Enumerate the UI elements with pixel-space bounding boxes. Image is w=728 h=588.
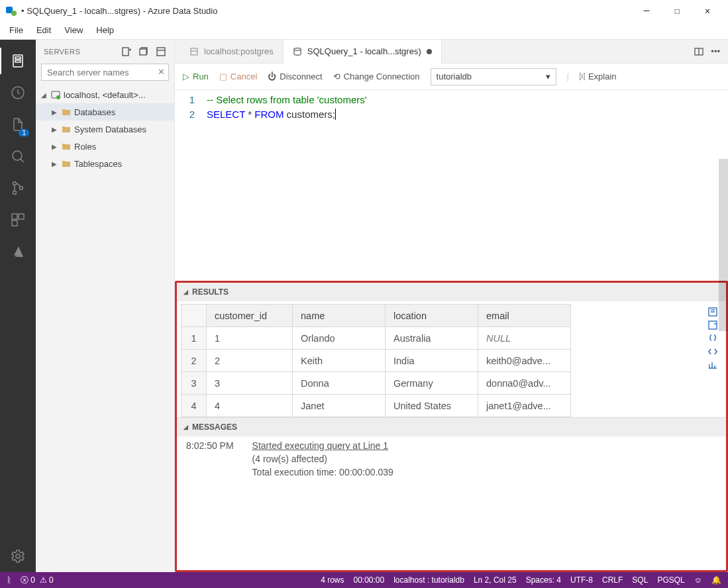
cancel-button[interactable]: ▢ Cancel bbox=[219, 72, 257, 81]
menu-view[interactable]: View bbox=[58, 23, 89, 38]
connection-node[interactable]: ◢ localhost, <default>... bbox=[36, 86, 174, 103]
code-editor[interactable]: 1 -- Select rows from table 'customers' … bbox=[175, 90, 728, 122]
tab-query[interactable]: SQLQuery_1 - localh...stgres) bbox=[284, 40, 442, 64]
status-bar: ᚱ ⓧ 0 ⚠ 0 4 rows 00:00:00 localhost : tu… bbox=[0, 572, 728, 588]
status-indent[interactable]: Spaces: 4 bbox=[526, 575, 561, 585]
cell[interactable]: Orlando bbox=[293, 327, 386, 350]
cell[interactable]: Australia bbox=[386, 327, 478, 350]
activity-servers[interactable] bbox=[0, 45, 36, 77]
cell[interactable]: janet1@adve... bbox=[478, 395, 571, 417]
tree-item-system-databases[interactable]: ▶ System Databases bbox=[36, 121, 174, 138]
code-comment: -- Select rows from table 'customers' bbox=[207, 93, 367, 107]
cell[interactable]: Germany bbox=[386, 372, 478, 395]
clear-search-icon[interactable]: ✕ bbox=[158, 67, 165, 77]
explain-button[interactable]: ᛞ Explain bbox=[580, 72, 617, 81]
disconnect-button[interactable]: ⏻ Disconnect bbox=[268, 72, 322, 81]
server-dashboard-icon[interactable] bbox=[156, 46, 166, 57]
svg-rect-15 bbox=[140, 49, 146, 55]
messages-header[interactable]: ◢ MESSAGES bbox=[177, 418, 726, 436]
status-mode[interactable]: PGSQL bbox=[657, 575, 684, 585]
collapse-arrow-icon: ◢ bbox=[40, 91, 48, 99]
close-button[interactable]: ✕ bbox=[692, 0, 723, 21]
titlebar: • SQLQuery_1 - localh...stgres) - Azure … bbox=[0, 0, 728, 21]
activity-search-history[interactable] bbox=[0, 77, 36, 109]
menu-help[interactable]: Help bbox=[89, 23, 121, 38]
scrollbar-vertical[interactable] bbox=[719, 159, 728, 331]
save-csv-icon[interactable] bbox=[707, 307, 718, 317]
menu-edit[interactable]: Edit bbox=[30, 23, 58, 38]
column-header[interactable]: name bbox=[293, 305, 386, 327]
cell[interactable]: NULL bbox=[478, 327, 571, 350]
change-connection-button[interactable]: ⟲ Change Connection bbox=[333, 72, 420, 81]
cancel-label: Cancel bbox=[231, 72, 257, 81]
cell[interactable]: Donna bbox=[293, 372, 386, 395]
results-header[interactable]: ◢ RESULTS bbox=[177, 283, 726, 301]
cell[interactable]: keith0@adve... bbox=[478, 350, 571, 372]
save-xml-icon[interactable] bbox=[707, 346, 718, 357]
tree-item-tablespaces[interactable]: ▶ Tablespaces bbox=[36, 155, 174, 172]
run-button[interactable]: ▷ Run bbox=[183, 72, 209, 81]
cell[interactable]: India bbox=[386, 350, 478, 372]
grid-row[interactable]: 3 3 Donna Germany donna0@adv... bbox=[182, 372, 571, 395]
tree-item-roles[interactable]: ▶ Roles bbox=[36, 138, 174, 155]
tree-item-databases[interactable]: ▶ Databases bbox=[36, 103, 174, 121]
svg-rect-3 bbox=[15, 57, 21, 59]
svg-point-6 bbox=[13, 151, 22, 160]
save-excel-icon[interactable] bbox=[707, 320, 718, 330]
rownum-header bbox=[182, 305, 207, 327]
activity-search[interactable] bbox=[0, 140, 36, 172]
notifications-icon[interactable]: 🔔 bbox=[711, 575, 721, 585]
new-connection-icon[interactable] bbox=[121, 46, 132, 57]
status-problems[interactable]: ⓧ 0 ⚠ 0 bbox=[21, 575, 54, 586]
results-title: RESULTS bbox=[192, 287, 229, 297]
remote-icon[interactable]: ᚱ bbox=[7, 575, 11, 585]
feedback-icon[interactable]: ☺ bbox=[694, 575, 702, 585]
cell[interactable]: 1 bbox=[207, 327, 293, 350]
new-group-icon[interactable] bbox=[138, 46, 149, 57]
cell[interactable]: Keith bbox=[293, 350, 386, 372]
cell[interactable]: 4 bbox=[207, 395, 293, 417]
tab-connection[interactable]: localhost:postgres bbox=[180, 40, 284, 64]
save-json-icon[interactable] bbox=[707, 333, 718, 344]
column-header[interactable]: email bbox=[478, 305, 571, 327]
search-input[interactable] bbox=[41, 64, 169, 81]
cell[interactable]: 2 bbox=[207, 350, 293, 372]
messages-title: MESSAGES bbox=[192, 422, 237, 432]
svg-point-8 bbox=[13, 191, 17, 195]
folder-icon bbox=[61, 158, 72, 169]
menu-file[interactable]: File bbox=[3, 23, 30, 38]
more-icon[interactable]: ••• bbox=[711, 46, 720, 57]
cell[interactable]: 3 bbox=[207, 372, 293, 395]
row-number: 2 bbox=[182, 350, 207, 372]
results-grid[interactable]: customer_id name location email 1 1 Orla… bbox=[181, 304, 571, 417]
maximize-button[interactable]: ☐ bbox=[662, 0, 692, 21]
activity-settings[interactable] bbox=[0, 540, 36, 572]
grid-row[interactable]: 4 4 Janet United States janet1@adve... bbox=[182, 395, 571, 417]
grid-row[interactable]: 2 2 Keith India keith0@adve... bbox=[182, 350, 571, 372]
cell[interactable]: Janet bbox=[293, 395, 386, 417]
status-language[interactable]: SQL bbox=[632, 575, 648, 585]
disconnect-label: Disconnect bbox=[280, 72, 322, 81]
status-eol[interactable]: CRLF bbox=[602, 575, 623, 585]
status-encoding[interactable]: UTF-8 bbox=[570, 575, 593, 585]
chart-icon[interactable] bbox=[707, 360, 718, 370]
status-server[interactable]: localhost : tutorialdb bbox=[393, 575, 464, 585]
column-header[interactable]: location bbox=[386, 305, 478, 327]
status-rows[interactable]: 4 rows bbox=[321, 575, 344, 585]
grid-row[interactable]: 1 1 Orlando Australia NULL bbox=[182, 327, 571, 350]
activity-source-control[interactable] bbox=[0, 172, 36, 204]
chevron-down-icon: ▾ bbox=[546, 72, 550, 81]
minimize-button[interactable]: ─ bbox=[631, 0, 662, 21]
activity-extensions[interactable] bbox=[0, 204, 36, 236]
status-cursor[interactable]: Ln 2, Col 25 bbox=[474, 575, 517, 585]
database-select[interactable]: tutorialdb ▾ bbox=[431, 68, 556, 85]
activity-explorer[interactable]: 1 bbox=[0, 109, 36, 140]
server-search: ✕ bbox=[41, 64, 169, 81]
tab-label: SQLQuery_1 - localh...stgres) bbox=[307, 46, 421, 56]
cell[interactable]: donna0@adv... bbox=[478, 372, 571, 395]
column-header[interactable]: customer_id bbox=[207, 305, 293, 327]
status-elapsed[interactable]: 00:00:00 bbox=[353, 575, 384, 585]
activity-azure[interactable] bbox=[0, 236, 36, 268]
cell[interactable]: United States bbox=[386, 395, 478, 417]
split-editor-icon[interactable] bbox=[694, 46, 704, 57]
